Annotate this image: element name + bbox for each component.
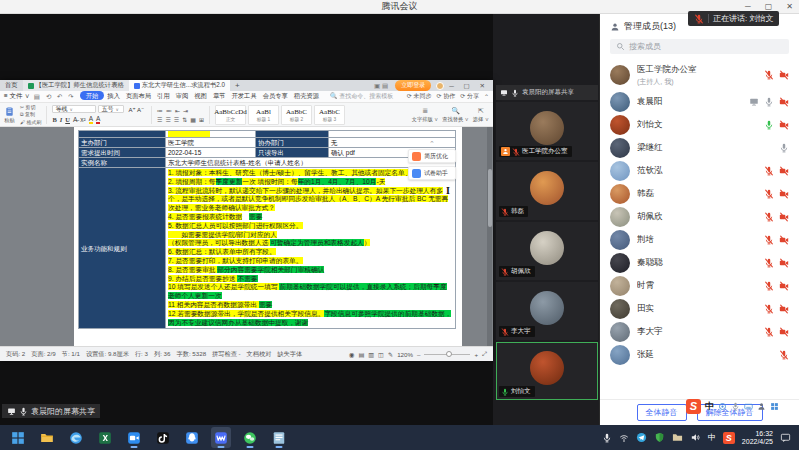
mic-off-icon[interactable] [764,258,774,268]
ribbon-search[interactable]: 🔍 查找命令、搜索模板 [330,92,393,101]
zoom-slider[interactable] [424,354,470,355]
ime-lang-toggle[interactable]: 中 [705,400,714,413]
copy-button[interactable]: ⧉ 复制 [20,111,41,118]
file-menu[interactable]: ≡ 文件 ∨ [4,92,30,101]
cam-off-icon[interactable] [779,166,789,176]
italic-button[interactable]: I [60,116,63,123]
taskbar-app-tencent-meeting[interactable] [124,427,144,448]
style-chip-1[interactable]: AaBl标题 1 [248,105,279,125]
cam-off-icon[interactable] [779,304,789,314]
ribbon-tool-1[interactable]: 🔍查找替换 ∨ [442,107,469,123]
cam-off-icon[interactable] [779,120,789,130]
tray-mic-icon[interactable] [602,433,612,443]
style-chip-0[interactable]: AaBbCcDd正文 [215,105,246,125]
outdent-button[interactable]: ⇤ [175,107,180,114]
document-area[interactable]: 主办部门 医工学院 协办部门 无 需求提出时间 2022-04-15 只读导出 … [0,127,493,346]
cam-off-icon[interactable] [779,281,789,291]
video-tile[interactable]: 刘怡文 [496,342,598,400]
highlight-button[interactable]: A [89,115,93,124]
fullscreen-icon[interactable]: ⤢ [482,350,487,358]
font-size-select[interactable]: 五号∨ [98,105,124,113]
edit-mode-icon[interactable]: ✎ [388,351,393,358]
ribbon-tab-0[interactable]: 开始 [80,91,105,100]
collapse-caret-icon[interactable]: ⌃ [429,141,435,146]
video-tile[interactable]: 胡佩欣 [496,222,598,280]
collab-action[interactable]: ⟳ 未同步 [407,92,432,101]
page-view-icon[interactable]: ▤ [358,351,364,358]
ribbon-tab-8[interactable]: 会员专享 [260,91,291,100]
ime-punct-icon[interactable] [718,402,727,411]
participant-row[interactable]: 荆培 [600,228,799,251]
tab-sheet-doc[interactable]: 【医工学院】师生信息统计表格 [23,80,129,91]
document-page[interactable]: 主办部门 医工学院 协办部门 无 需求提出时间 2022-04-15 只读导出 … [74,127,462,346]
mic-live-icon[interactable] [764,120,774,130]
ribbon-tab-5[interactable]: 视图 [191,91,210,100]
video-tile[interactable]: 李大宇 [496,282,598,340]
video-tile[interactable]: 医工学院办公室 [496,102,598,160]
wps-window-controls[interactable]: ─ ▢ ✕ [449,82,489,90]
ime-grid-icon[interactable] [770,402,779,411]
number-list-button[interactable]: ≕ [166,107,172,114]
font-name-select[interactable]: 等线∨ [52,105,96,113]
participant-row[interactable]: 袁晨阳 [600,90,799,113]
taskbar-app-excel[interactable] [95,427,115,448]
mic-off-icon[interactable] [764,166,774,176]
resume-optimize-button[interactable]: 简历优化 [408,149,456,163]
ribbon-tab-4[interactable]: 审阅 [173,91,192,100]
taskbar-app-qq[interactable] [182,427,202,448]
web-view-icon[interactable]: ◫ [378,351,384,358]
ime-person-icon[interactable] [757,402,766,411]
font-grow-shrink[interactable]: A⁺ A⁻ [126,105,146,113]
ribbon-tab-3[interactable]: 引用 [154,91,173,100]
ribbon-tool-2[interactable]: ⇱选择 ∨ [473,107,489,123]
shading-button[interactable]: ▦ [190,116,196,123]
tray-folder-icon[interactable] [672,432,683,443]
collab-action[interactable]: ⟳ 分享 [460,92,479,101]
taskbar-app-edge[interactable] [66,427,86,448]
layout-icons[interactable]: ▣▤ [374,82,390,90]
participant-row[interactable]: 范钦泓 [600,159,799,182]
defender-icon[interactable] [654,432,665,443]
volume-icon[interactable] [690,432,701,443]
clock[interactable]: 16:322022/4/25 [742,430,773,446]
paste-button[interactable]: 粘贴 [4,106,15,124]
cam-off-icon[interactable] [779,258,789,268]
mic-off-icon[interactable] [779,350,789,360]
notifications-icon[interactable] [780,432,791,443]
cam-off-icon[interactable] [779,70,789,80]
line-spacing-button[interactable]: ⇅ [182,116,187,123]
new-tab-button[interactable]: + [230,80,245,91]
taskbar-app-file-explorer[interactable] [37,427,57,448]
collab-action[interactable]: ⟳ 协作 [437,92,456,101]
align-left-button[interactable]: ☰ [157,116,162,123]
taskbar-app-start[interactable] [8,427,28,448]
quick-access-icons[interactable]: ▤ ⟲ ↶ ↷ [34,93,76,101]
close-icon[interactable]: ✕ [786,0,793,14]
mic-off-icon[interactable] [764,212,774,222]
ime-keyboard-icon[interactable] [744,402,753,411]
participant-row[interactable]: 胡佩欣 [600,205,799,228]
format-painter-button[interactable]: 🖌 格式刷 [20,119,41,125]
mic-off-icon[interactable] [764,327,774,337]
tab-home[interactable]: 首页 [0,80,23,91]
participant-row[interactable]: 韩磊 [600,182,799,205]
indent-button[interactable]: ⇥ [183,107,188,114]
participant-row[interactable]: 梁继红 [600,136,799,159]
sogou-tray-icon[interactable]: S [723,432,735,444]
ribbon-tool-0[interactable]: ≣文字排版 ∨ [412,107,439,123]
mic-off-icon[interactable] [764,235,774,245]
sogou-icon[interactable]: S [686,399,701,414]
ribbon-tab-7[interactable]: 开发工具 [228,91,259,100]
cam-off-icon[interactable] [779,235,789,245]
exam-helper-button[interactable]: 试卷助手 [408,166,456,180]
ime-mic-icon[interactable] [731,402,740,411]
participant-row[interactable]: 李大宇 [600,320,799,343]
participant-row[interactable]: 田实 [600,297,799,320]
bullet-list-button[interactable]: ≔ [157,107,163,114]
taskbar-app-wps[interactable] [211,427,231,448]
login-button[interactable]: 立即登录 [395,80,431,91]
ribbon-tab-9[interactable]: 稻壳资源 [291,91,322,100]
share-indicator-tile[interactable]: 袁晨阳的屏幕共享 [496,85,598,100]
participant-row[interactable]: 秦聪聪 [600,251,799,274]
style-chip-3[interactable]: AaBbC标题 3 [314,105,345,125]
